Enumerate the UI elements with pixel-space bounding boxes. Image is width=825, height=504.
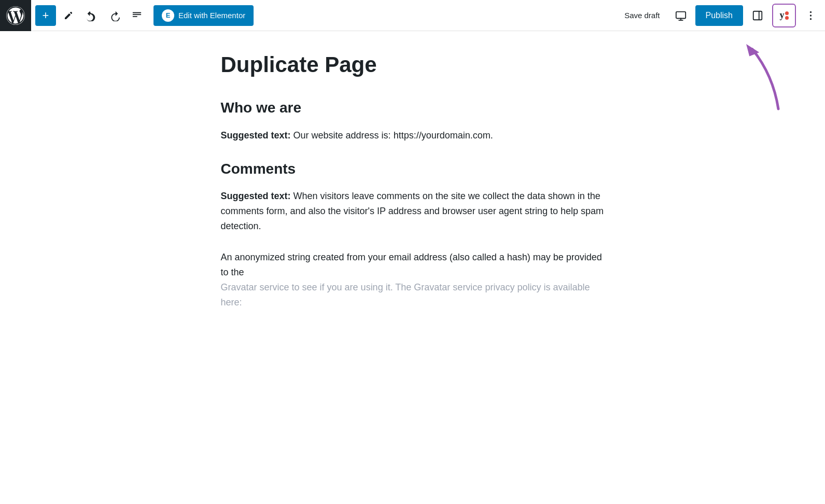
- page-title: Duplicate Page: [200, 52, 625, 78]
- document-overview-button[interactable]: [127, 5, 147, 26]
- yoast-inner: y: [780, 10, 789, 21]
- elementor-icon: E: [162, 9, 174, 22]
- undo-button[interactable]: [81, 5, 102, 26]
- toolbar-right: Save draft Publish y: [618, 4, 821, 27]
- save-draft-label: Save draft: [624, 11, 660, 20]
- elementor-icon-label: E: [166, 11, 171, 19]
- wp-logo: [0, 0, 31, 31]
- arrow-annotation: [711, 34, 794, 119]
- add-block-button[interactable]: +: [35, 5, 56, 26]
- publish-button[interactable]: Publish: [695, 5, 743, 26]
- preview-button[interactable]: [670, 5, 691, 26]
- who-we-are-heading: Who we are: [200, 99, 625, 117]
- suggested-text-label-1: Suggested text:: [221, 130, 291, 141]
- edit-mode-button[interactable]: [58, 5, 79, 26]
- pencil-icon: [63, 10, 74, 21]
- comments-text-2-faded: Gravatar service to see if you are using…: [221, 282, 590, 307]
- svg-point-4: [809, 18, 811, 20]
- svg-rect-0: [676, 11, 685, 18]
- who-we-are-text: Our website address is: https://yourdoma…: [293, 130, 493, 141]
- sidebar-icon: [752, 10, 763, 21]
- save-draft-button[interactable]: Save draft: [618, 7, 666, 24]
- main-content: Duplicate Page Who we are Suggested text…: [200, 31, 625, 347]
- redo-icon: [108, 10, 120, 21]
- comments-paragraph-1: Suggested text: When visitors leave comm…: [200, 189, 625, 233]
- comments-heading: Comments: [200, 160, 625, 178]
- toolbar-left: + E Edit with Elementor: [35, 5, 254, 26]
- preview-icon: [675, 10, 687, 21]
- wordpress-logo-icon: [6, 6, 25, 25]
- yoast-dot-1: [785, 11, 789, 15]
- elementor-button-label: Edit with Elementor: [178, 11, 245, 20]
- suggested-text-label-2: Suggested text:: [221, 191, 291, 201]
- more-options-button[interactable]: [800, 5, 821, 26]
- yoast-dots: [785, 11, 789, 20]
- toggle-sidebar-button[interactable]: [747, 5, 768, 26]
- plus-icon: +: [43, 10, 49, 21]
- edit-with-elementor-button[interactable]: E Edit with Elementor: [153, 5, 254, 26]
- kebab-icon: [809, 10, 812, 21]
- comments-text-2: An anonymized string created from your e…: [221, 252, 602, 277]
- redo-button[interactable]: [104, 5, 124, 26]
- undo-icon: [86, 10, 97, 21]
- yoast-dot-2: [785, 16, 789, 20]
- yoast-button[interactable]: y: [772, 4, 796, 27]
- svg-marker-5: [746, 42, 760, 56]
- svg-point-3: [809, 15, 811, 16]
- svg-rect-1: [753, 11, 762, 20]
- annotation-arrow-svg: [711, 34, 794, 117]
- svg-point-2: [809, 11, 811, 12]
- yoast-y-letter: y: [780, 10, 785, 21]
- toolbar: + E Edit with Elementor: [0, 0, 825, 31]
- comments-paragraph-2: An anonymized string created from your e…: [200, 250, 625, 310]
- list-icon: [131, 10, 143, 21]
- who-we-are-paragraph: Suggested text: Our website address is: …: [200, 128, 625, 143]
- publish-label: Publish: [706, 11, 733, 20]
